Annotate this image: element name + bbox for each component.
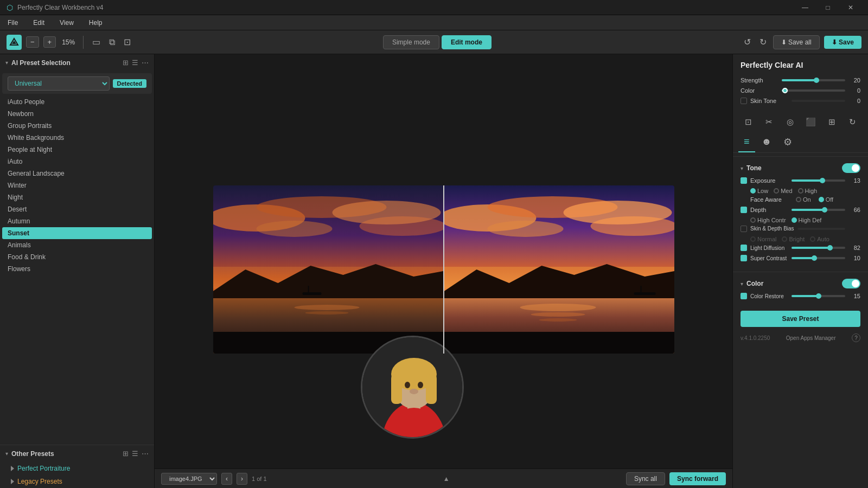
- open-apps-manager-link[interactable]: Open Apps Manager: [786, 335, 836, 341]
- skin-tone-checkbox[interactable]: [741, 98, 747, 104]
- rp-icon-export[interactable]: ⬛: [803, 114, 819, 130]
- color-collapse[interactable]: ▾: [741, 281, 743, 287]
- light-diffusion-thumb: [827, 245, 833, 251]
- sync-forward-button[interactable]: Sync forward: [669, 472, 726, 485]
- presets-list: iAuto People Newborn Group Portraits Whi…: [0, 96, 154, 445]
- tone-collapse[interactable]: ▾: [741, 165, 743, 171]
- save-button[interactable]: ⬇ Save: [824, 36, 861, 49]
- redo-button[interactable]: ↻: [757, 35, 769, 49]
- rp-icon-crop[interactable]: ✂: [762, 114, 777, 130]
- edit-mode-button[interactable]: Edit mode: [442, 35, 492, 49]
- universal-select[interactable]: Universal: [8, 76, 110, 91]
- tone-toggle[interactable]: [842, 163, 860, 173]
- preset-newborn[interactable]: Newborn: [2, 108, 152, 120]
- close-button[interactable]: ✕: [840, 0, 861, 15]
- depth-checkbox[interactable]: [741, 207, 747, 213]
- nav-prev-button[interactable]: ‹: [221, 473, 232, 485]
- depth-slider[interactable]: [792, 209, 845, 211]
- rp-icon-grid[interactable]: ⊞: [824, 114, 839, 130]
- light-diffusion-checkbox[interactable]: [741, 245, 747, 251]
- rp-icon-target[interactable]: ◎: [782, 114, 797, 130]
- color-restore-slider[interactable]: [792, 295, 845, 297]
- menu-edit[interactable]: Edit: [30, 18, 48, 28]
- menu-view[interactable]: View: [56, 18, 77, 28]
- list-view-icon[interactable]: ☰: [132, 59, 138, 67]
- expand-icon: [11, 466, 14, 471]
- menu-file[interactable]: File: [4, 18, 21, 28]
- other-presets-grid-icon[interactable]: ⊞: [123, 450, 129, 458]
- maximize-button[interactable]: □: [817, 0, 839, 15]
- preset-white-backgrounds[interactable]: White Backgrounds: [2, 132, 152, 144]
- exposure-med[interactable]: Med: [774, 188, 792, 194]
- undo-button[interactable]: ↺: [742, 35, 753, 49]
- strength-slider[interactable]: [782, 79, 845, 81]
- save-preset-button[interactable]: Save Preset: [741, 311, 860, 327]
- other-preset-legacy[interactable]: Legacy Presets: [0, 475, 154, 488]
- zoom-out-button[interactable]: −: [26, 36, 39, 48]
- light-diffusion-value: 82: [848, 245, 860, 251]
- preset-night[interactable]: Night: [2, 191, 152, 203]
- preset-autumn[interactable]: Autumn: [2, 215, 152, 227]
- app-logo: [7, 35, 22, 50]
- exposure-low[interactable]: Low: [750, 188, 768, 194]
- other-presets-list-icon[interactable]: ☰: [132, 450, 138, 458]
- skin-depth-bias-row: Skin & Depth Bias: [741, 226, 860, 232]
- preset-food-drink[interactable]: Food & Drink: [2, 251, 152, 263]
- help-button[interactable]: ?: [852, 333, 860, 342]
- super-contrast-slider[interactable]: [792, 257, 845, 259]
- zoom-in-button[interactable]: +: [43, 36, 56, 48]
- preset-flowers[interactable]: Flowers: [2, 263, 152, 275]
- preset-desert[interactable]: Desert: [2, 203, 152, 215]
- other-presets-collapse-arrow[interactable]: ▾: [5, 451, 8, 457]
- color-section: ▾ Color Color Restore 15: [733, 275, 868, 306]
- main-layout: ▾ AI Preset Selection ⊞ ☰ ⋯ Universal De…: [0, 54, 868, 488]
- nav-next-button[interactable]: ›: [237, 473, 247, 485]
- preset-winter[interactable]: Winter: [2, 179, 152, 191]
- tab-face[interactable]: ☻: [756, 133, 777, 152]
- tab-adjustments[interactable]: ≡: [738, 133, 755, 152]
- preset-animals[interactable]: Animals: [2, 239, 152, 251]
- rp-icon-compare[interactable]: ⊡: [741, 114, 756, 130]
- super-contrast-checkbox[interactable]: [741, 255, 747, 261]
- view-compare-button[interactable]: ⊡: [122, 35, 133, 49]
- view-single-button[interactable]: ▭: [90, 35, 103, 49]
- light-diffusion-slider[interactable]: [792, 247, 845, 249]
- rp-icon-refresh[interactable]: ↻: [845, 114, 860, 130]
- other-preset-perfect-portraiture[interactable]: Perfect Portraiture: [0, 462, 154, 475]
- color-slider[interactable]: [782, 89, 845, 92]
- image-after: [444, 185, 674, 354]
- tab-settings[interactable]: ⚙: [778, 133, 797, 152]
- preset-sunset[interactable]: Sunset: [2, 227, 152, 239]
- file-selector[interactable]: image4.JPG: [161, 473, 217, 485]
- more-options-icon[interactable]: ⋯: [142, 59, 149, 67]
- depth-high-def[interactable]: High Def: [792, 217, 822, 223]
- save-all-button[interactable]: ⬇ Save all: [773, 35, 820, 49]
- preset-iauto[interactable]: iAuto: [2, 156, 152, 168]
- color-section-title: Color: [746, 280, 839, 287]
- menu-help[interactable]: Help: [86, 18, 106, 28]
- depth-high-contr[interactable]: High Contr: [750, 217, 786, 223]
- face-aware-off[interactable]: Off: [819, 196, 833, 203]
- color-restore-checkbox[interactable]: [741, 293, 747, 299]
- ai-preset-collapse-arrow[interactable]: ▾: [5, 60, 8, 66]
- exposure-checkbox[interactable]: [741, 177, 747, 184]
- view-split-button[interactable]: ⧉: [107, 35, 117, 49]
- preset-iauto-people[interactable]: iAuto People: [2, 96, 152, 108]
- minimize-button[interactable]: —: [794, 0, 816, 15]
- sync-all-button[interactable]: Sync all: [626, 472, 665, 485]
- preset-general-landscape[interactable]: General Landscape: [2, 168, 152, 179]
- grid-view-icon[interactable]: ⊞: [123, 59, 129, 67]
- skin-normal-radio: [750, 236, 756, 242]
- exposure-slider[interactable]: [792, 179, 845, 182]
- color-toggle[interactable]: [842, 279, 860, 288]
- svg-rect-28: [634, 292, 655, 295]
- other-presets-more-icon[interactable]: ⋯: [142, 450, 149, 458]
- face-aware-on[interactable]: On: [796, 196, 811, 203]
- skin-depth-checkbox[interactable]: [741, 226, 747, 232]
- exposure-high[interactable]: High: [798, 188, 818, 194]
- simple-mode-button[interactable]: Simple mode: [383, 35, 439, 49]
- exposure-high-radio: [798, 188, 803, 194]
- preset-people-at-night[interactable]: People at Night: [2, 144, 152, 156]
- preset-group-portraits[interactable]: Group Portraits: [2, 120, 152, 132]
- rp-icon-toolbar: ⊡ ✂ ◎ ⬛ ⊞ ↻: [733, 111, 868, 133]
